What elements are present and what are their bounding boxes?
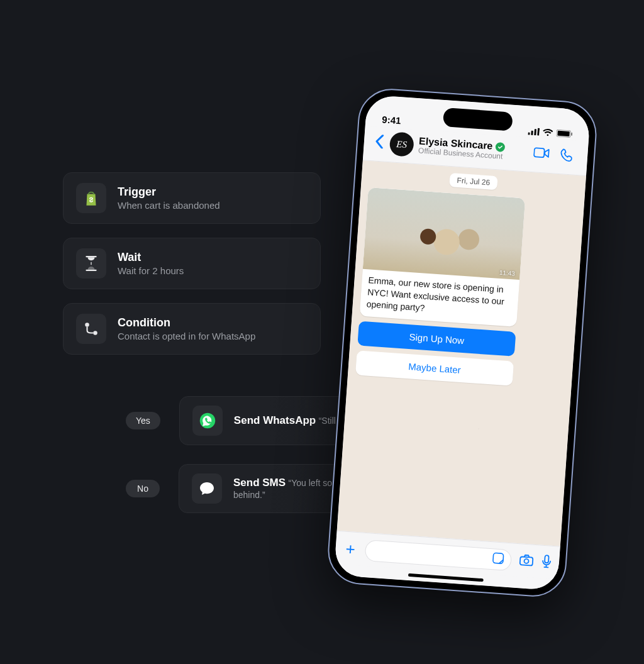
message-input[interactable]	[365, 540, 513, 571]
svg-rect-9	[571, 133, 572, 136]
mic-icon[interactable]	[541, 555, 552, 572]
cta-secondary-button[interactable]: Maybe Later	[355, 350, 514, 385]
hourglass-icon	[76, 248, 106, 279]
svg-rect-3	[528, 132, 530, 135]
flow-step-subtitle: Wait for 2 hours	[118, 265, 184, 276]
svg-rect-10	[534, 148, 545, 157]
back-button[interactable]	[371, 133, 386, 153]
phone-mockup: 9:41 ES Elysia Skincare Official Busines…	[326, 87, 599, 599]
svg-rect-8	[557, 131, 570, 136]
svg-rect-14	[545, 555, 549, 563]
chat-title-area[interactable]: Elysia Skincare Official Business Accoun…	[418, 135, 530, 163]
flow-step-trigger[interactable]: Trigger When cart is abandoned	[63, 172, 321, 224]
flow-step-title: Condition	[118, 316, 255, 329]
cta-primary-button[interactable]: Sign Up Now	[357, 321, 516, 356]
camera-icon[interactable]	[518, 553, 535, 570]
flow-step-title: Send WhatsApp	[234, 414, 316, 426]
svg-rect-4	[531, 131, 533, 135]
svg-rect-6	[537, 128, 540, 136]
flow-step-subtitle: When cart is abandoned	[118, 200, 220, 211]
svg-point-1	[93, 331, 97, 335]
battery-icon	[556, 130, 573, 138]
wifi-icon	[542, 128, 553, 136]
branch-label-no: No	[126, 480, 160, 497]
flow-step-condition[interactable]: Condition Contact is opted in for WhatsA…	[63, 303, 321, 355]
automation-flow: Trigger When cart is abandoned Wait Wait…	[63, 172, 321, 355]
chat-date-pill: Fri, Jul 26	[449, 173, 498, 190]
flow-step-title: Trigger	[118, 185, 220, 199]
cellular-icon	[528, 128, 540, 136]
verified-badge-icon	[496, 142, 506, 152]
flow-step-subtitle: Contact is opted in for WhatsApp	[118, 331, 255, 341]
svg-rect-11	[493, 553, 504, 563]
flow-step-title: Wait	[118, 251, 184, 264]
video-call-icon[interactable]	[533, 146, 549, 162]
message-image[interactable]	[363, 187, 525, 280]
shopify-bag-icon	[76, 183, 106, 213]
branch-icon	[76, 314, 106, 344]
svg-rect-5	[534, 129, 536, 135]
flow-step-title: Send SMS	[233, 477, 286, 489]
sticker-icon[interactable]	[491, 551, 505, 567]
svg-point-0	[85, 323, 89, 327]
incoming-message: Emma, our new store is opening in NYC! W…	[360, 187, 526, 327]
svg-point-13	[524, 559, 528, 563]
voice-call-icon[interactable]	[559, 148, 575, 164]
avatar[interactable]: ES	[389, 131, 414, 157]
chat-body[interactable]: Fri, Jul 26 Emma, our new store is openi…	[337, 160, 586, 546]
phone-screen: 9:41 ES Elysia Skincare Official Busines…	[334, 95, 591, 591]
attach-button[interactable]: +	[343, 539, 358, 560]
svg-rect-12	[520, 556, 533, 565]
whatsapp-icon	[192, 406, 223, 436]
flow-step-wait[interactable]: Wait Wait for 2 hours	[63, 238, 321, 289]
status-time: 9:41	[382, 114, 401, 126]
chat-bubble-icon	[192, 473, 222, 504]
branch-label-yes: Yes	[126, 412, 160, 429]
